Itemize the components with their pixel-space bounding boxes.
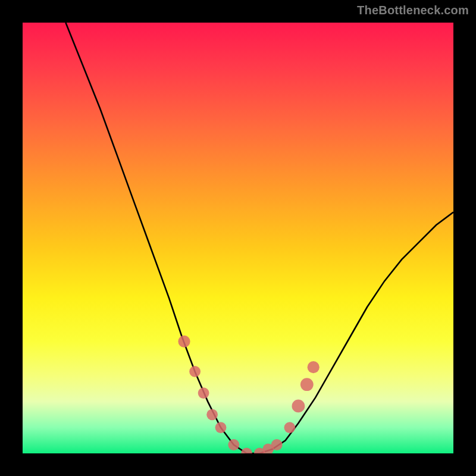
bottleneck-curve-path xyxy=(65,23,453,453)
curve-marker xyxy=(228,439,239,450)
curve-marker xyxy=(308,361,320,373)
curve-marker xyxy=(206,409,218,420)
watermark-text: TheBottleneck.com xyxy=(357,4,469,17)
curve-marker xyxy=(284,422,296,433)
curve-marker xyxy=(215,422,227,433)
curve-marker xyxy=(198,387,209,399)
curve-group xyxy=(65,23,453,453)
curve-marker xyxy=(292,400,305,413)
curve-marker xyxy=(189,366,201,377)
curve-marker xyxy=(300,378,314,391)
curve-marker xyxy=(178,336,190,347)
curve-markers xyxy=(178,336,319,453)
chart-frame: TheBottleneck.com xyxy=(0,0,476,476)
plot-area xyxy=(23,23,453,453)
curve-marker xyxy=(241,448,252,453)
bottleneck-curve-svg xyxy=(23,23,453,453)
curve-marker xyxy=(271,439,283,450)
